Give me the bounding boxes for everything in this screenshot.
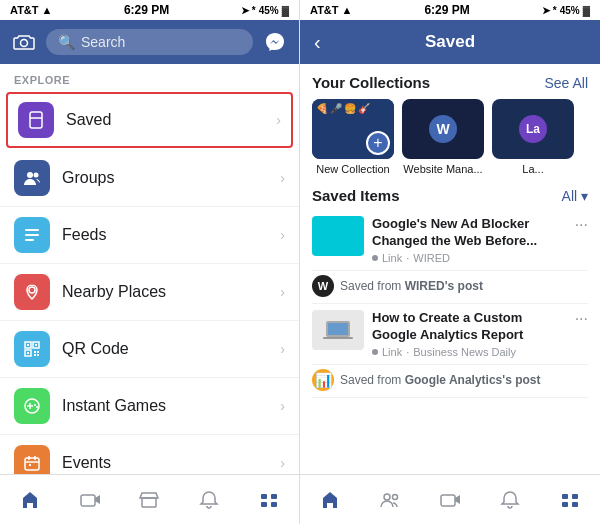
saved-from-2-text: Saved from Google Analytics's post bbox=[340, 373, 540, 387]
svg-rect-16 bbox=[37, 351, 39, 353]
menu-label-nearby: Nearby Places bbox=[62, 283, 280, 301]
svg-rect-6 bbox=[25, 234, 39, 236]
svg-rect-14 bbox=[27, 352, 29, 354]
battery-left: ➤ * 45% ▓ bbox=[241, 5, 289, 16]
la-collection-label: La... bbox=[492, 163, 574, 175]
saved-from-1: W Saved from WIRED's post bbox=[312, 271, 588, 304]
website-collection-thumb: W bbox=[402, 99, 484, 159]
new-collection-label: New Collection bbox=[312, 163, 394, 175]
time-right: 6:29 PM bbox=[424, 3, 469, 17]
menu-item-groups[interactable]: Groups › bbox=[0, 150, 299, 207]
carrier-right: AT&T bbox=[310, 4, 339, 16]
nav-menu-icon-right[interactable] bbox=[552, 482, 588, 518]
menu-item-qrcode[interactable]: QR Code › bbox=[0, 321, 299, 378]
saved-item-2-thumb bbox=[312, 310, 364, 350]
back-button[interactable]: ‹ bbox=[314, 31, 321, 54]
svg-rect-25 bbox=[29, 464, 31, 466]
svg-rect-5 bbox=[25, 229, 39, 231]
right-header-title: Saved bbox=[425, 32, 475, 52]
svg-point-3 bbox=[27, 172, 33, 178]
menu-list: Saved › Groups › bbox=[0, 90, 299, 474]
nav-menu-icon[interactable] bbox=[251, 482, 287, 518]
source-icon-analytics: 📊 bbox=[312, 369, 334, 391]
website-badge: W bbox=[429, 115, 457, 143]
carrier-left: AT&T bbox=[10, 4, 39, 16]
collection-la[interactable]: La La... bbox=[492, 99, 574, 175]
status-bar-left: AT&T ▲ 6:29 PM ➤ * 45% ▓ bbox=[0, 0, 299, 20]
collections-row: 🍕 🎤 🍔 🎸 + New Collection W bbox=[312, 99, 588, 175]
menu-label-events: Events bbox=[62, 454, 280, 472]
menu-item-feeds[interactable]: Feeds › bbox=[0, 207, 299, 264]
nav-notifications-icon-right[interactable] bbox=[492, 482, 528, 518]
battery-icon-left: ▓ bbox=[282, 5, 289, 16]
bottom-nav-right bbox=[300, 474, 600, 524]
nav-video-icon-right[interactable] bbox=[432, 482, 468, 518]
chevron-qrcode: › bbox=[280, 341, 285, 357]
all-filter[interactable]: All ▾ bbox=[562, 188, 588, 204]
nav-marketplace-icon[interactable] bbox=[131, 482, 167, 518]
saved-item-1-meta: Link · WIRED bbox=[372, 252, 567, 264]
svg-rect-40 bbox=[562, 502, 568, 507]
nav-home-icon[interactable] bbox=[12, 482, 48, 518]
see-all-link[interactable]: See All bbox=[544, 75, 588, 91]
camera-icon[interactable] bbox=[10, 28, 38, 56]
nav-video-icon[interactable] bbox=[72, 482, 108, 518]
left-header: 🔍 Search bbox=[0, 20, 299, 64]
svg-point-35 bbox=[384, 494, 390, 500]
menu-item-events[interactable]: Events › bbox=[0, 435, 299, 474]
saved-item-2[interactable]: How to Create a Custom Google Analytics … bbox=[312, 304, 588, 365]
collections-section: Your Collections See All 🍕 🎤 🍔 🎸 + bbox=[300, 64, 600, 181]
carrier-signal-left: AT&T ▲ bbox=[10, 4, 52, 16]
menu-item-games[interactable]: Instant Games › bbox=[0, 378, 299, 435]
battery-percent-left: 45% bbox=[259, 5, 279, 16]
nav-people-icon-right[interactable] bbox=[372, 482, 408, 518]
bottom-nav-left bbox=[0, 474, 299, 524]
nav-home-icon-right[interactable] bbox=[312, 482, 348, 518]
saved-item-2-type: Link bbox=[382, 346, 402, 358]
left-panel: AT&T ▲ 6:29 PM ➤ * 45% ▓ 🔍 Search bbox=[0, 0, 300, 524]
meta-sep-1: · bbox=[406, 252, 409, 264]
svg-rect-1 bbox=[30, 112, 42, 128]
messenger-icon[interactable] bbox=[261, 28, 289, 56]
svg-rect-38 bbox=[562, 494, 568, 499]
svg-rect-13 bbox=[35, 344, 37, 346]
svg-point-4 bbox=[34, 173, 39, 178]
svg-point-0 bbox=[21, 40, 28, 47]
right-panel: AT&T ▲ 6:29 PM ➤ * 45% ▓ ‹ Saved Your Co… bbox=[300, 0, 600, 524]
chevron-events: › bbox=[280, 455, 285, 471]
new-collection-plus: + bbox=[366, 131, 390, 155]
menu-label-games: Instant Games bbox=[62, 397, 280, 415]
menu-label-saved: Saved bbox=[66, 111, 276, 129]
collection-new[interactable]: 🍕 🎤 🍔 🎸 + New Collection bbox=[312, 99, 394, 175]
saved-item-1[interactable]: Google's New Ad Blocker Changed the Web … bbox=[312, 210, 588, 271]
battery-icon-right: ▓ bbox=[583, 5, 590, 16]
qrcode-icon bbox=[14, 331, 50, 367]
search-icon: 🔍 bbox=[58, 34, 75, 50]
nav-notifications-icon[interactable] bbox=[191, 482, 227, 518]
saved-items-section: Saved Items All ▾ Google's New Ad Blocke… bbox=[300, 181, 600, 398]
svg-rect-21 bbox=[25, 458, 39, 470]
svg-rect-15 bbox=[34, 351, 36, 353]
meta-dot-1 bbox=[372, 255, 378, 261]
collections-title: Your Collections bbox=[312, 74, 430, 91]
wifi-icon-right: ▲ bbox=[342, 4, 353, 16]
menu-label-groups: Groups bbox=[62, 169, 280, 187]
games-icon bbox=[14, 388, 50, 424]
saved-item-2-more[interactable]: ··· bbox=[575, 310, 588, 328]
saved-item-1-more[interactable]: ··· bbox=[575, 216, 588, 234]
menu-item-nearby[interactable]: Nearby Places › bbox=[0, 264, 299, 321]
right-content: Your Collections See All 🍕 🎤 🍔 🎸 + bbox=[300, 64, 600, 474]
chevron-saved: › bbox=[276, 112, 281, 128]
nearby-icon bbox=[14, 274, 50, 310]
menu-item-saved[interactable]: Saved › bbox=[6, 92, 293, 148]
meta-dot-2 bbox=[372, 349, 378, 355]
battery-right: ➤ * 45% ▓ bbox=[542, 5, 590, 16]
search-placeholder: Search bbox=[81, 34, 125, 50]
chevron-nearby: › bbox=[280, 284, 285, 300]
bluetooth-icon: * bbox=[252, 5, 256, 16]
saved-items-title: Saved Items bbox=[312, 187, 400, 204]
search-bar[interactable]: 🔍 Search bbox=[46, 29, 253, 55]
collection-website[interactable]: W Website Mana... bbox=[402, 99, 484, 175]
chevron-groups: › bbox=[280, 170, 285, 186]
svg-rect-31 bbox=[271, 502, 277, 507]
